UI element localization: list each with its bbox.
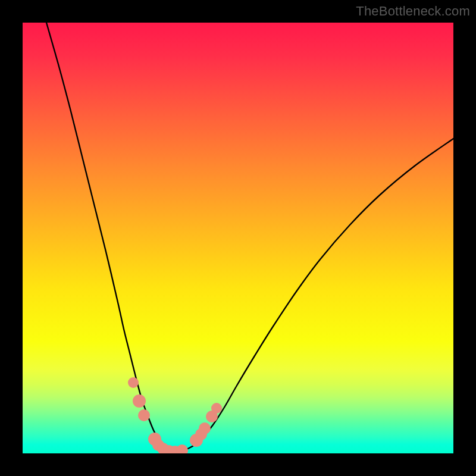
plot-area — [23, 23, 453, 453]
bottleneck-curve — [46, 23, 453, 452]
watermark-text: TheBottleneck.com — [356, 4, 470, 19]
highlight-dot — [176, 444, 188, 453]
bottleneck-curve-svg — [23, 23, 453, 453]
highlight-dot — [199, 422, 211, 434]
image-frame: TheBottleneck.com — [0, 0, 476, 476]
highlight-dot — [138, 409, 150, 421]
highlight-dot — [133, 394, 146, 408]
highlight-dots — [128, 377, 222, 453]
highlight-dot — [211, 403, 222, 414]
highlight-dot — [128, 377, 139, 388]
